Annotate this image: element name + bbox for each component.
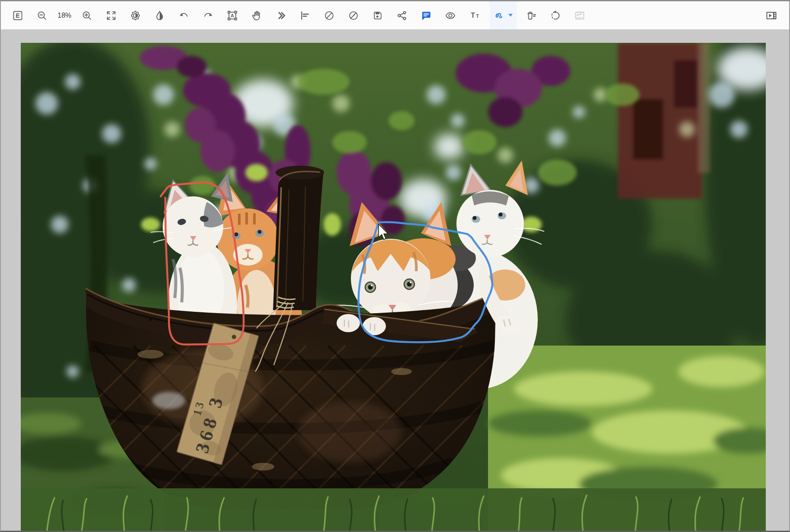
contrast-button[interactable] — [150, 1, 170, 29]
hide-pointer-button[interactable] — [344, 1, 363, 29]
dropdown-caret-icon — [508, 14, 513, 17]
brightness-button[interactable] — [125, 1, 145, 29]
no-overlay-icon — [324, 10, 335, 21]
kittens-photo: 368 3 13 — [21, 43, 766, 531]
toolbar: E 18% — [1, 1, 789, 30]
toolbar-right-group — [761, 1, 789, 29]
delete-annotations-button[interactable] — [521, 1, 541, 29]
photo-viewport[interactable]: 368 3 13 — [21, 43, 766, 531]
zoom-out-button[interactable] — [32, 1, 52, 29]
no-pointer-icon — [348, 10, 359, 21]
redo-button[interactable] — [198, 1, 218, 29]
text-style-icon: T T — [469, 10, 481, 21]
eye-icon — [445, 10, 456, 21]
exposure-button[interactable]: E — [8, 1, 28, 29]
save-button[interactable] — [368, 1, 388, 29]
hide-overlay-button[interactable] — [319, 1, 339, 29]
svg-text:T: T — [476, 13, 479, 19]
preview-button[interactable] — [440, 1, 460, 29]
toolbar-left-group: E 18% — [8, 1, 590, 29]
chevrons-right-icon — [275, 10, 286, 21]
fit-screen-button[interactable] — [101, 1, 121, 29]
grass-foreground — [21, 488, 766, 531]
toggle-side-panel-button[interactable] — [761, 1, 782, 29]
exposure-icon: E — [12, 10, 23, 21]
redo-icon — [202, 10, 214, 21]
share-icon — [396, 10, 408, 21]
svg-text:T: T — [471, 12, 475, 19]
zoom-level: 18% — [56, 12, 73, 19]
undo-icon — [178, 10, 189, 21]
trash-icon — [526, 10, 537, 21]
comments-button[interactable] — [416, 1, 436, 29]
more-tools-button[interactable] — [271, 1, 291, 29]
contrast-icon — [154, 10, 165, 21]
barn — [618, 43, 710, 199]
select-text-icon: A — [227, 10, 238, 21]
undo-button[interactable] — [174, 1, 194, 29]
svg-text:A: A — [231, 13, 234, 18]
text-style-button[interactable]: T T — [465, 1, 485, 29]
share-button[interactable] — [392, 1, 412, 29]
svg-text:E: E — [16, 12, 19, 19]
canvas-area[interactable]: 368 3 13 — [1, 30, 789, 531]
image-adjust-icon-disabled — [574, 10, 585, 21]
zoom-in-icon — [81, 10, 93, 21]
zoom-out-icon — [36, 10, 48, 21]
freehand-squiggle-icon — [494, 10, 506, 21]
filmstrip-panel-icon — [765, 10, 778, 21]
align-left-icon — [299, 10, 311, 21]
rotate-reset-icon — [550, 10, 561, 21]
zoom-in-button[interactable] — [77, 1, 97, 29]
paint-scuff — [152, 392, 185, 409]
freehand-draw-button[interactable] — [490, 1, 517, 29]
reset-rotation-button[interactable] — [546, 1, 565, 29]
pan-hand-icon — [251, 10, 262, 21]
basket-handle — [273, 166, 324, 310]
comment-icon — [421, 10, 432, 21]
fit-screen-icon — [106, 10, 117, 21]
save-icon — [372, 10, 383, 21]
brightness-icon — [130, 10, 141, 21]
image-adjust-button — [570, 1, 590, 29]
select-text-button[interactable]: A — [222, 1, 242, 29]
pan-button[interactable] — [247, 1, 267, 29]
align-button[interactable] — [295, 1, 315, 29]
image-editor-window: E 18% — [0, 0, 790, 532]
